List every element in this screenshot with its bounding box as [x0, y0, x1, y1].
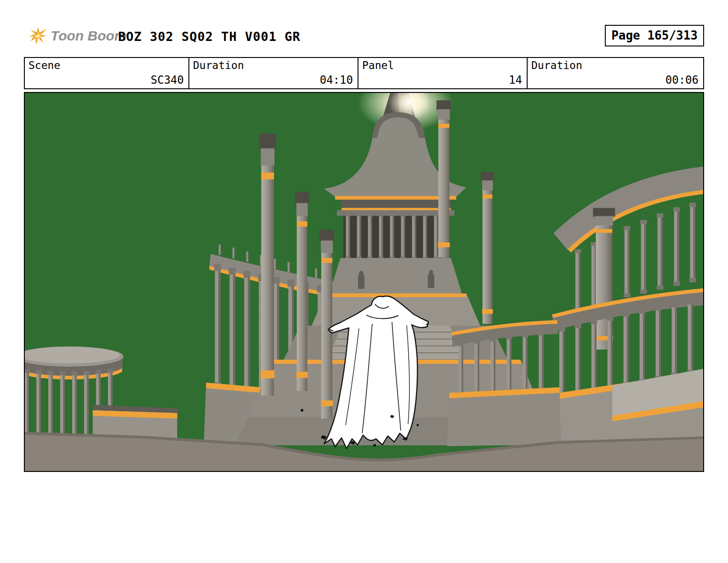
toonboom-logo: Toon Boom — [28, 26, 127, 46]
scene-value: SC340 — [151, 74, 184, 86]
toonboom-logo-icon — [28, 26, 48, 46]
panel-value: 14 — [509, 74, 522, 86]
panel-duration-label: Duration — [531, 59, 582, 71]
scene-label: Scene — [28, 59, 60, 71]
document-title: BOZ 302 SQ02 TH V001 GR — [118, 29, 301, 44]
table-cell-panel: Panel 14 — [358, 58, 528, 88]
toonboom-logo-text: Toon Boom — [51, 28, 127, 44]
panel-label: Panel — [362, 59, 394, 71]
page-number-box: Page 165/313 — [605, 25, 704, 46]
table-cell-scene-duration: Duration 04:10 — [189, 58, 358, 88]
panel-artwork — [25, 93, 703, 471]
panel-duration-value: 00:06 — [665, 74, 699, 86]
table-cell-panel-duration: Duration 00:06 — [528, 58, 703, 88]
scene-duration-label: Duration — [193, 59, 244, 71]
storyboard-panel-image — [24, 92, 704, 472]
scene-duration-value: 04:10 — [320, 74, 353, 86]
panel-info-table: Scene SC340 Duration 04:10 Panel 14 Dura… — [24, 57, 704, 89]
storyboard-page: Toon Boom BOZ 302 SQ02 TH V001 GR Page 1… — [0, 0, 728, 563]
table-cell-scene: Scene SC340 — [25, 58, 189, 88]
page-header: Toon Boom BOZ 302 SQ02 TH V001 GR Page 1… — [24, 24, 704, 48]
